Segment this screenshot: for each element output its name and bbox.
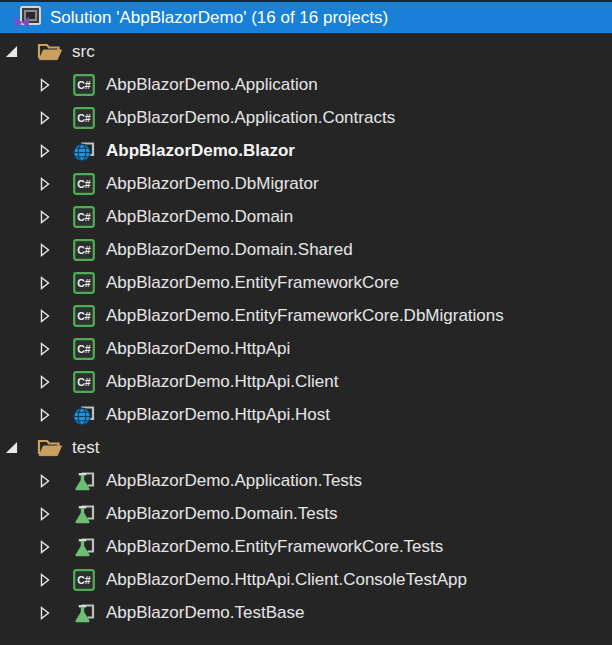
tree-item-solution[interactable]: Solution 'AbpBlazorDemo' (16 of 16 proje…	[0, 2, 612, 33]
csharp-project-icon	[70, 305, 98, 327]
test-project-icon	[70, 602, 98, 624]
csharp-project-icon	[70, 173, 98, 195]
tree-item-folder-src[interactable]: src	[0, 35, 612, 68]
tree-item-blazor[interactable]: AbpBlazorDemo.Blazor	[0, 134, 612, 167]
project-name: AbpBlazorDemo.HttpApi.Client.ConsoleTest…	[106, 571, 467, 589]
chevron-right-icon[interactable]	[38, 177, 52, 191]
csharp-project-icon	[70, 272, 98, 294]
chevron-right-icon[interactable]	[38, 474, 52, 488]
csharp-project-icon	[70, 74, 98, 96]
chevron-right-icon[interactable]	[38, 375, 52, 389]
csharp-project-icon	[70, 569, 98, 591]
test-project-icon	[70, 470, 98, 492]
chevron-expanded-icon[interactable]	[4, 441, 18, 455]
visual-studio-solution-icon	[14, 5, 42, 31]
folder-name: test	[72, 439, 99, 457]
solution-label: Solution 'AbpBlazorDemo' (16 of 16 proje…	[50, 9, 388, 27]
project-name: AbpBlazorDemo.Application	[106, 76, 318, 94]
project-name: AbpBlazorDemo.Domain.Shared	[106, 241, 353, 259]
web-project-icon	[70, 140, 98, 162]
tree-item-efcore-tests[interactable]: AbpBlazorDemo.EntityFrameworkCore.Tests	[0, 530, 612, 563]
project-name: AbpBlazorDemo.HttpApi.Host	[106, 406, 330, 424]
project-name: AbpBlazorDemo.EntityFrameworkCore.DbMigr…	[106, 307, 504, 325]
tree-item-testbase[interactable]: AbpBlazorDemo.TestBase	[0, 596, 612, 629]
tree-item-application[interactable]: AbpBlazorDemo.Application	[0, 68, 612, 101]
project-name: AbpBlazorDemo.EntityFrameworkCore.Tests	[106, 538, 443, 556]
chevron-right-icon[interactable]	[38, 210, 52, 224]
tree-item-dbmigrator[interactable]: AbpBlazorDemo.DbMigrator	[0, 167, 612, 200]
project-name: AbpBlazorDemo.Domain	[106, 208, 293, 226]
tree-item-folder-test[interactable]: test	[0, 431, 612, 464]
project-name: AbpBlazorDemo.DbMigrator	[106, 175, 319, 193]
tree-item-application-contracts[interactable]: AbpBlazorDemo.Application.Contracts	[0, 101, 612, 134]
chevron-right-icon[interactable]	[38, 243, 52, 257]
test-project-icon	[70, 503, 98, 525]
chevron-right-icon[interactable]	[38, 540, 52, 554]
project-name: AbpBlazorDemo.Application.Contracts	[106, 109, 395, 127]
chevron-right-icon[interactable]	[38, 276, 52, 290]
tree-item-efcore-dbmigrations[interactable]: AbpBlazorDemo.EntityFrameworkCore.DbMigr…	[0, 299, 612, 332]
tree-item-httpapi[interactable]: AbpBlazorDemo.HttpApi	[0, 332, 612, 365]
project-name: AbpBlazorDemo.Domain.Tests	[106, 505, 337, 523]
tree-item-application-tests[interactable]: AbpBlazorDemo.Application.Tests	[0, 464, 612, 497]
web-project-icon	[70, 404, 98, 426]
chevron-right-icon[interactable]	[38, 342, 52, 356]
tree-item-domain-shared[interactable]: AbpBlazorDemo.Domain.Shared	[0, 233, 612, 266]
folder-open-icon	[36, 438, 64, 458]
folder-open-icon	[36, 42, 64, 62]
project-name: AbpBlazorDemo.HttpApi.Client	[106, 373, 338, 391]
csharp-project-icon	[70, 206, 98, 228]
chevron-right-icon[interactable]	[38, 309, 52, 323]
chevron-right-icon[interactable]	[38, 144, 52, 158]
chevron-right-icon[interactable]	[38, 507, 52, 521]
test-project-icon	[70, 536, 98, 558]
chevron-right-icon[interactable]	[38, 111, 52, 125]
tree-item-httpapi-client[interactable]: AbpBlazorDemo.HttpApi.Client	[0, 365, 612, 398]
tree-item-consoletestapp[interactable]: AbpBlazorDemo.HttpApi.Client.ConsoleTest…	[0, 563, 612, 596]
chevron-right-icon[interactable]	[38, 78, 52, 92]
chevron-expanded-icon[interactable]	[4, 45, 18, 59]
chevron-right-icon[interactable]	[38, 573, 52, 587]
project-name: AbpBlazorDemo.HttpApi	[106, 340, 290, 358]
project-name: AbpBlazorDemo.TestBase	[106, 604, 304, 622]
tree-item-efcore[interactable]: AbpBlazorDemo.EntityFrameworkCore	[0, 266, 612, 299]
folder-name: src	[72, 43, 95, 61]
csharp-project-icon	[70, 239, 98, 261]
project-name: AbpBlazorDemo.Application.Tests	[106, 472, 362, 490]
chevron-right-icon[interactable]	[38, 408, 52, 422]
csharp-project-icon	[70, 107, 98, 129]
tree-item-domain-tests[interactable]: AbpBlazorDemo.Domain.Tests	[0, 497, 612, 530]
tree-item-httpapi-host[interactable]: AbpBlazorDemo.HttpApi.Host	[0, 398, 612, 431]
chevron-right-icon[interactable]	[38, 606, 52, 620]
csharp-project-icon	[70, 371, 98, 393]
tree-item-domain[interactable]: AbpBlazorDemo.Domain	[0, 200, 612, 233]
csharp-project-icon	[70, 338, 98, 360]
project-name: AbpBlazorDemo.EntityFrameworkCore	[106, 274, 399, 292]
project-name-startup: AbpBlazorDemo.Blazor	[106, 142, 295, 160]
solution-explorer-tree: Solution 'AbpBlazorDemo' (16 of 16 proje…	[0, 0, 612, 629]
